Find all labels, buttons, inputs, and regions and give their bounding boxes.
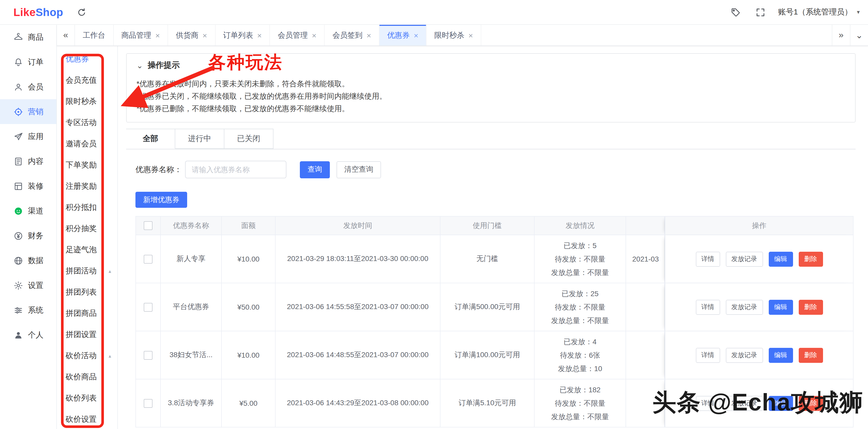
page-tab[interactable]: 商品管理 × bbox=[114, 25, 168, 45]
sidebar-item[interactable]: 会员 bbox=[0, 74, 56, 99]
submenu-item[interactable]: 砍价列表 ▴ bbox=[57, 388, 117, 409]
submenu-item-label: 拼团设置 bbox=[66, 330, 97, 340]
page-tab[interactable]: 限时秒杀 × bbox=[427, 25, 481, 45]
issue-record-button[interactable]: 发放记录 bbox=[725, 300, 763, 314]
page-tab[interactable]: 工作台 × bbox=[75, 25, 114, 45]
detail-button[interactable]: 详情 bbox=[695, 347, 720, 363]
submenu-item[interactable]: 专区活动 ▴ bbox=[57, 112, 117, 133]
likeshop-logo: LikeShop bbox=[13, 6, 62, 18]
header-threshold: 使用门槛 bbox=[440, 217, 534, 235]
tip-line: *优惠券已关闭，不能继续领取，已发放的优惠券在用券时间内能继续使用。 bbox=[136, 90, 845, 102]
row-checkbox[interactable] bbox=[144, 303, 153, 311]
tip-line: *优惠券已删除，不能继续领取，已发放的优惠券不能继续使用。 bbox=[136, 102, 845, 115]
page-tab[interactable]: 订单列表 × bbox=[215, 25, 270, 45]
coupon-name-input[interactable] bbox=[185, 161, 286, 178]
row-checkbox[interactable] bbox=[144, 399, 153, 407]
submenu-item[interactable]: 注册奖励 ▴ bbox=[57, 176, 117, 197]
row-checkbox[interactable] bbox=[144, 254, 153, 263]
sidebar-item[interactable]: 财务 bbox=[0, 223, 56, 248]
tabs-menu-icon[interactable]: ⌄ bbox=[850, 25, 868, 45]
issue-record-button[interactable]: 发放记录 bbox=[725, 347, 763, 363]
tip-line: *优惠券在发放时间内，只要未关闭未删除，符合条件就能领取。 bbox=[136, 78, 845, 90]
fullscreen-icon[interactable] bbox=[755, 7, 766, 17]
sidebar-item[interactable]: 个人 bbox=[0, 323, 56, 347]
submenu-item[interactable]: 会员充值 ▴ bbox=[57, 70, 117, 91]
submenu-item[interactable]: 足迹气泡 ▴ bbox=[57, 239, 117, 261]
watermark-text: 头条 @Echa攻城狮 bbox=[652, 387, 864, 419]
use-time-cell bbox=[626, 283, 665, 331]
sidebar-item[interactable]: 订单 bbox=[0, 50, 56, 74]
sidebar-item[interactable]: 应用 bbox=[0, 124, 56, 149]
submenu-item[interactable]: 砍价活动 ▴ bbox=[57, 345, 117, 366]
submenu-item-label: 拼团活动 bbox=[66, 266, 97, 276]
issue-record-button[interactable]: 发放记录 bbox=[725, 251, 763, 267]
refresh-icon[interactable] bbox=[76, 7, 87, 17]
sidebar-item[interactable]: 系统 bbox=[0, 298, 56, 323]
page-tab[interactable]: 会员签到 × bbox=[325, 25, 379, 45]
sidebar-item-label: 会员 bbox=[28, 82, 43, 92]
edit-button[interactable]: 编辑 bbox=[769, 251, 793, 267]
sidebar-item[interactable]: 商品 bbox=[0, 25, 56, 50]
sidebar-item[interactable]: 装修 bbox=[0, 174, 56, 198]
threshold-cell: 无门槛 bbox=[440, 235, 534, 283]
delete-button[interactable]: 删除 bbox=[799, 300, 823, 314]
row-checkbox[interactable] bbox=[144, 351, 153, 360]
total-count: 发放总量：10 bbox=[558, 363, 602, 374]
submenu-item[interactable]: 优惠券 ▴ bbox=[57, 49, 117, 70]
submenu-item[interactable]: 拼团设置 ▴ bbox=[57, 324, 117, 345]
expand-tabs-icon[interactable]: » bbox=[832, 25, 850, 45]
caret-up-icon[interactable]: ▴ bbox=[108, 268, 111, 274]
sidebar-item[interactable]: 渠道 bbox=[0, 198, 56, 223]
submenu-item[interactable]: 下单奖励 ▴ bbox=[57, 155, 117, 176]
close-icon[interactable]: × bbox=[203, 31, 207, 39]
close-icon[interactable]: × bbox=[312, 31, 317, 39]
delete-button[interactable]: 删除 bbox=[799, 251, 823, 267]
content-icon bbox=[13, 156, 23, 166]
status-filter-tab[interactable]: 全部 bbox=[126, 129, 175, 149]
collapse-tabs-icon[interactable]: « bbox=[57, 25, 75, 45]
edit-button[interactable]: 编辑 bbox=[769, 347, 793, 363]
account-name[interactable]: 账号1（系统管理员） bbox=[778, 7, 852, 17]
page-tab[interactable]: 优惠券 × bbox=[379, 25, 427, 45]
close-icon[interactable]: × bbox=[257, 31, 262, 39]
submenu-item[interactable]: 积分抽奖 ▴ bbox=[57, 218, 117, 239]
close-icon[interactable]: × bbox=[155, 31, 160, 39]
submenu-item[interactable]: 邀请会员 ▴ bbox=[57, 133, 117, 155]
page-tab[interactable]: 供货商 × bbox=[168, 25, 216, 45]
submenu-item[interactable]: 砍价商品 ▴ bbox=[57, 366, 117, 388]
edit-button[interactable]: 编辑 bbox=[769, 300, 793, 314]
issued-count: 已发放：182 bbox=[551, 384, 609, 395]
pending-count: 待发放：不限量 bbox=[551, 398, 609, 408]
status-filter-tab[interactable]: 进行中 bbox=[175, 129, 224, 149]
close-icon[interactable]: × bbox=[367, 31, 371, 39]
marketing-icon bbox=[13, 107, 23, 117]
tag-icon[interactable] bbox=[731, 7, 741, 17]
close-icon[interactable]: × bbox=[414, 31, 418, 39]
sidebar-item-label: 个人 bbox=[28, 330, 43, 340]
account-caret-down-icon[interactable]: ▾ bbox=[857, 9, 860, 16]
submenu-item[interactable]: 拼团列表 ▴ bbox=[57, 282, 117, 303]
sidebar-item[interactable]: 营销 bbox=[0, 99, 56, 124]
submenu-item[interactable]: 砍价设置 ▴ bbox=[57, 409, 117, 429]
sidebar-item[interactable]: 数据 bbox=[0, 248, 56, 273]
row-select-cell bbox=[136, 235, 161, 283]
sidebar-item[interactable]: 内容 bbox=[0, 149, 56, 174]
query-button[interactable]: 查询 bbox=[300, 161, 330, 178]
settings-icon bbox=[13, 280, 23, 290]
status-filter-tab[interactable]: 已关闭 bbox=[224, 129, 274, 149]
delete-button[interactable]: 删除 bbox=[799, 347, 823, 363]
submenu-item[interactable]: 拼团商品 ▴ bbox=[57, 303, 117, 324]
submenu-item[interactable]: 拼团活动 ▴ bbox=[57, 261, 117, 282]
caret-up-icon[interactable]: ▴ bbox=[108, 353, 111, 359]
submenu-item[interactable]: 积分抵扣 ▴ bbox=[57, 197, 117, 218]
add-coupon-button[interactable]: 新增优惠券 bbox=[135, 192, 187, 208]
clear-query-button[interactable]: 清空查询 bbox=[337, 161, 381, 178]
select-all-checkbox[interactable] bbox=[144, 221, 153, 230]
submenu-item[interactable]: 限时秒杀 ▴ bbox=[57, 91, 117, 112]
operation-tips-title: 操作提示 bbox=[148, 60, 180, 71]
sidebar-item[interactable]: 设置 bbox=[0, 273, 56, 298]
detail-button[interactable]: 详情 bbox=[695, 300, 720, 314]
detail-button[interactable]: 详情 bbox=[695, 251, 720, 267]
close-icon[interactable]: × bbox=[468, 31, 473, 39]
page-tab[interactable]: 会员管理 × bbox=[270, 25, 325, 45]
